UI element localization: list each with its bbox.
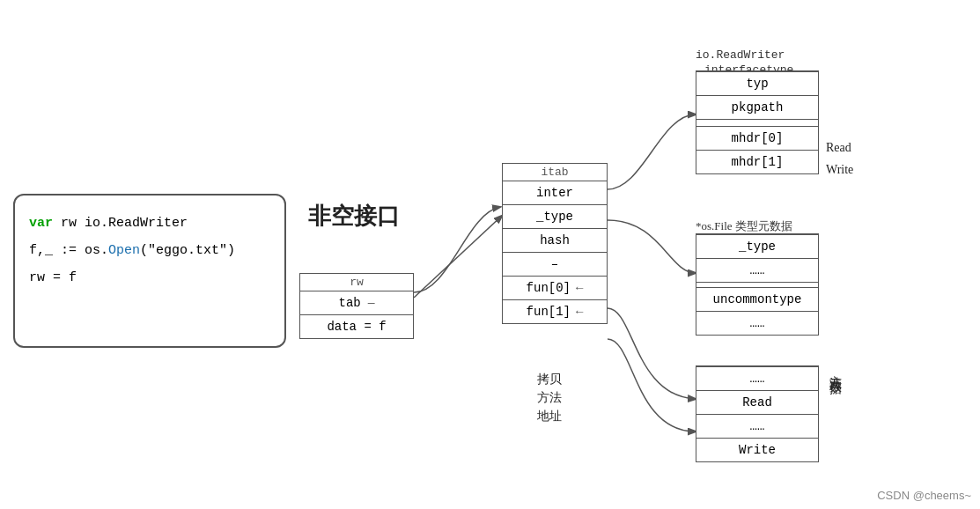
diagram-container: var rw io.ReadWriter f,_ := os.Open("egg… <box>0 0 980 509</box>
method-read-row: Read <box>696 390 818 414</box>
code-line1: var rw io.ReadWriter <box>29 211 270 235</box>
label-io-readwriter: io.ReadWriter <box>696 48 785 62</box>
code-line3: rw = f <box>29 266 270 290</box>
label-method-meta: 方法元数据 <box>826 365 844 374</box>
rw-tab-row: tab — <box>300 291 413 314</box>
inter-box: typ pkgpath mhdr[0] mhdr[1] <box>696 70 819 174</box>
method-box: …… Read …… Write <box>696 365 819 462</box>
method-dots3-row: …… <box>696 366 818 390</box>
label-copy-method: 拷贝 方法 地址 <box>537 370 562 425</box>
itab-fun0-row: fun[0] ← <box>503 276 607 299</box>
method-write-row: Write <box>696 438 818 461</box>
itab-hash-row: hash <box>503 228 607 252</box>
itab-type-row: _type <box>503 204 607 228</box>
inter-mhdr0-row: mhdr[0] <box>696 126 818 150</box>
osmeta-dots2-row: …… <box>696 311 818 335</box>
itab-fun1-row: fun[1] ← <box>503 299 607 323</box>
keyword-var: var <box>29 216 53 231</box>
rw-label: rw <box>300 274 413 291</box>
osmeta-type-row: _type <box>696 234 818 258</box>
label-osfile-meta: *os.File 类型元数据 <box>696 218 792 234</box>
code-box: var rw io.ReadWriter f,_ := os.Open("egg… <box>13 194 286 348</box>
itab-label: itab <box>503 164 607 181</box>
inter-mhdr1-row: mhdr[1] <box>696 150 818 173</box>
inter-pkgpath-row: pkgpath <box>696 95 818 119</box>
osmeta-dots1-row: …… <box>696 258 818 282</box>
itab-inter-row: inter <box>503 181 607 204</box>
osmeta-box: _type …… uncommontype …… <box>696 233 819 336</box>
method-dots4-row: …… <box>696 414 818 438</box>
osmeta-uncommon-row: uncommontype <box>696 287 818 311</box>
csdn-watermark: CSDN @cheems~ <box>877 489 971 502</box>
rw-data-row: data = f <box>300 314 413 338</box>
label-read-write: Read Write <box>826 136 853 181</box>
label-fei-kong-jiekou: 非空接口 <box>308 201 400 232</box>
rw-box: rw tab — data = f <box>299 273 414 339</box>
itab-dash-row: – <box>503 252 607 276</box>
method-open: Open <box>108 243 140 258</box>
code-line2: f,_ := os.Open("eggo.txt") <box>29 239 270 262</box>
inter-typ-row: typ <box>696 71 818 95</box>
itab-box: itab inter _type hash – fun[0] ← fun[1] … <box>502 163 608 324</box>
code-line1-rest: rw io.ReadWriter <box>61 216 188 231</box>
